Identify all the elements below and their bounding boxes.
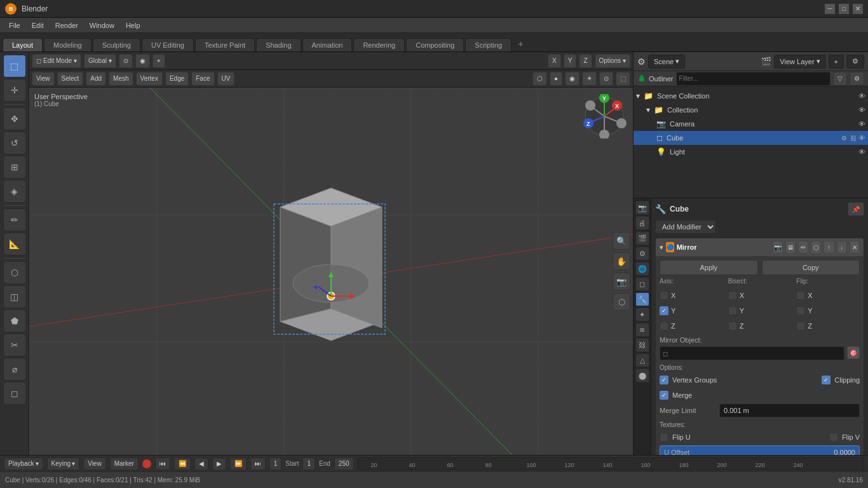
merge-limit-input[interactable]: 0.001 m xyxy=(719,403,860,417)
add-menu[interactable]: Add xyxy=(86,72,106,86)
add-modifier-dropdown[interactable]: Add Modifier xyxy=(655,220,716,234)
scene-selector[interactable]: Scene ▾ xyxy=(648,55,685,69)
shading-material-btn[interactable]: ◉ xyxy=(565,72,580,86)
apply-button[interactable]: Apply xyxy=(660,260,758,275)
tab-shading[interactable]: Shading xyxy=(256,38,301,51)
start-frame-input[interactable]: 1 xyxy=(302,458,315,470)
keying-menu[interactable]: Keying ▾ xyxy=(47,458,80,470)
primitive-cube-tool[interactable]: ◻ xyxy=(3,382,26,405)
view-perspective-btn[interactable]: ⬡ xyxy=(613,293,630,311)
snap-btn[interactable]: ⊙ xyxy=(119,54,133,68)
tab-texture-paint[interactable]: Texture Paint xyxy=(195,38,255,51)
prev-keyframe-btn[interactable]: ⏪ xyxy=(174,458,191,470)
tree-scene-collection[interactable]: ▾ 📁 Scene Collection 👁 xyxy=(634,89,868,103)
xray-btn[interactable]: ⬚ xyxy=(616,72,630,86)
outliner-filter-btn[interactable]: ▽ xyxy=(833,72,847,86)
view-layer-add[interactable]: + xyxy=(829,55,844,69)
vertex-groups-checkbox[interactable] xyxy=(660,376,668,384)
shading-wire-btn[interactable]: ⬡ xyxy=(532,72,547,86)
minimize-button[interactable]: ─ xyxy=(825,4,835,14)
outliner-settings-btn[interactable]: ⚙ xyxy=(850,72,864,86)
select-box-tool[interactable]: ⬚ xyxy=(3,55,26,78)
prop-tab-modifiers[interactable]: 🔧 xyxy=(635,292,649,306)
knife-tool[interactable]: ⌀ xyxy=(3,358,26,381)
cube-eye[interactable]: 👁 xyxy=(858,134,865,142)
menu-render[interactable]: Render xyxy=(50,20,83,30)
scale-tool[interactable]: ⊞ xyxy=(3,156,26,179)
tree-camera[interactable]: 📷 Camera 👁 xyxy=(634,117,868,131)
modifier-name-input[interactable] xyxy=(677,243,770,251)
prop-tab-particles[interactable]: ✦ xyxy=(635,308,649,322)
proportional-btn[interactable]: ◉ xyxy=(135,54,150,68)
y-flip-checkbox[interactable] xyxy=(796,306,805,315)
tab-scripting[interactable]: Scripting xyxy=(465,38,512,51)
prop-tab-material[interactable]: ⬤ xyxy=(635,369,649,383)
render-camera-btn[interactable]: 📷 xyxy=(773,241,783,254)
end-frame-input[interactable]: 250 xyxy=(334,458,354,470)
light-eye[interactable]: 👁 xyxy=(858,148,865,156)
tab-rendering[interactable]: Rendering xyxy=(353,38,405,51)
mirror-object-picker[interactable]: 🎯 xyxy=(847,346,860,359)
tree-collection[interactable]: ▾ 📁 Collection 👁 xyxy=(634,103,868,117)
inset-tool[interactable]: ◫ xyxy=(3,285,26,308)
edit-mode-btn[interactable]: ✏ xyxy=(798,241,808,254)
record-button[interactable] xyxy=(142,459,151,468)
prop-tab-render[interactable]: 📷 xyxy=(635,201,649,215)
uv-menu[interactable]: UV xyxy=(217,72,235,86)
timeline-strip[interactable]: 20 40 60 80 100 120 140 160 180 200 220 … xyxy=(358,458,864,470)
tab-uv-editing[interactable]: UV Editing xyxy=(142,38,194,51)
prop-tab-scene[interactable]: ⚙ xyxy=(635,247,649,261)
face-menu[interactable]: Face xyxy=(191,72,214,86)
overlay-btn[interactable]: ⊙ xyxy=(599,72,613,86)
rotate-tool[interactable]: ↺ xyxy=(3,132,26,154)
tab-compositing[interactable]: Compositing xyxy=(406,38,464,51)
mesh-menu[interactable]: Mesh xyxy=(109,72,133,86)
flip-u-checkbox[interactable] xyxy=(660,433,668,442)
transform-global-btn[interactable]: Global ▾ xyxy=(84,54,116,68)
zoom-in-btn[interactable]: 🔍 xyxy=(613,232,630,250)
play-btn[interactable]: ▶ xyxy=(212,458,226,470)
prop-tab-world[interactable]: 🌐 xyxy=(635,262,649,276)
cursor-tool[interactable]: ✛ xyxy=(3,79,26,102)
loop-cut-tool[interactable]: ✂ xyxy=(3,334,26,356)
edge-menu[interactable]: Edge xyxy=(165,72,189,86)
view-layer-settings[interactable]: ⚙ xyxy=(846,55,864,69)
view-menu[interactable]: View xyxy=(32,72,55,86)
grab-btn[interactable]: ✋ xyxy=(613,252,630,270)
shading-solid-btn[interactable]: ● xyxy=(550,72,562,86)
prop-pin-btn[interactable]: 📌 xyxy=(848,202,864,216)
move-tool[interactable]: ✥ xyxy=(3,107,26,130)
jump-start-btn[interactable]: ⏮ xyxy=(155,458,170,470)
flip-v-checkbox[interactable] xyxy=(829,433,838,442)
viewport-canvas[interactable]: User Perspective (1) Cube X xyxy=(29,88,633,455)
play-backward-btn[interactable]: ◀ xyxy=(194,458,208,470)
view-layer-selector[interactable]: View Layer ▾ xyxy=(774,55,825,69)
select-menu[interactable]: Select xyxy=(57,72,84,86)
copy-button[interactable]: Copy xyxy=(762,260,860,275)
y-axis-btn[interactable]: Y xyxy=(564,54,577,68)
measure-tool[interactable]: 📐 xyxy=(3,233,26,255)
view-menu-timeline[interactable]: View xyxy=(83,458,106,470)
next-keyframe-btn[interactable]: ⏭ xyxy=(250,458,266,470)
menu-window[interactable]: Window xyxy=(85,20,119,30)
navigation-gizmo[interactable]: X Y Z xyxy=(582,94,627,139)
z-flip-checkbox[interactable] xyxy=(796,322,805,330)
expand-down-btn[interactable]: ↓ xyxy=(837,241,847,254)
annotate-tool[interactable]: ✏ xyxy=(3,208,26,231)
clipping-checkbox[interactable] xyxy=(822,376,831,384)
mode-selector[interactable]: ◻ Edit Mode ▾ xyxy=(32,54,81,68)
render-viewport-btn[interactable]: 🖥 xyxy=(785,241,796,254)
x-axis-btn[interactable]: X xyxy=(548,54,561,68)
mirror-object-input[interactable]: ◻ xyxy=(660,346,844,360)
merge-checkbox[interactable] xyxy=(660,391,668,400)
prop-tab-view-layer[interactable]: 🎬 xyxy=(635,231,649,245)
z-bisect-checkbox[interactable] xyxy=(728,322,737,330)
tab-animation[interactable]: Animation xyxy=(302,38,353,51)
y-bisect-checkbox[interactable] xyxy=(728,306,737,315)
camera-fly-btn[interactable]: 📷 xyxy=(613,273,630,290)
scene-collection-eye[interactable]: 👁 xyxy=(858,92,865,100)
z-axis-checkbox[interactable] xyxy=(660,322,668,330)
u-offset-input[interactable]: U Offset 0.0000 xyxy=(660,445,860,455)
play-forward-btn[interactable]: ⏩ xyxy=(230,458,247,470)
cage-btn[interactable]: ⬡ xyxy=(811,241,821,254)
